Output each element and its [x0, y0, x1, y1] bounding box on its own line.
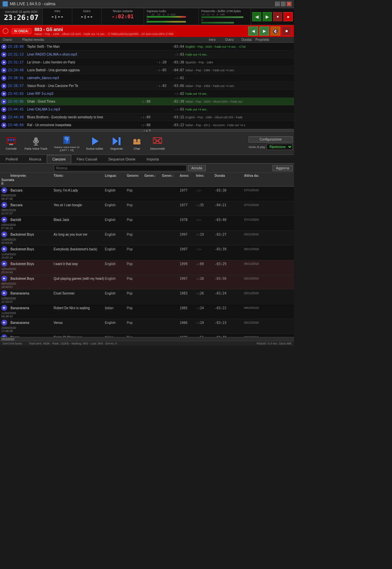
row-prop: English - Pop - 1980 - Album:old 205 - F…	[186, 116, 293, 119]
playlist-row[interactable]: 23:44:45 Liner CALIMA 1-c.mp3 -:-03 Fade…	[0, 106, 294, 113]
play-button[interactable]: Suona subito	[83, 134, 106, 152]
svg-rect-38	[119, 137, 121, 145]
song-intro: -:14	[196, 306, 214, 310]
song-row[interactable]: Bananarama Cruel Summer English Pop 1983…	[0, 290, 294, 304]
song-row[interactable]: Baccara Yes sir I can boogie English Pop…	[0, 201, 294, 216]
song-row-icon	[1, 320, 7, 326]
playlist-divider[interactable]: ▲▼	[0, 129, 294, 132]
playlist-row[interactable]: 23:42:06 Ghali - Good Times -:-08 -02:39…	[0, 98, 294, 106]
playlist-row[interactable]: 23:31:13 Liner RADIO CALIMA-c-short.mp3 …	[0, 51, 294, 59]
tab-preferiti[interactable]: Preferiti	[0, 155, 24, 163]
onair-bar: IN ONDA: 883 - Gli anni Italian - Pop - …	[0, 25, 294, 37]
song-year: 1978	[180, 218, 195, 222]
song-title: As long as you love me	[54, 233, 104, 236]
song-suonata: 12/04/2020 20:24:43	[1, 267, 10, 274]
connect-button[interactable]: Connetti	[1, 134, 21, 152]
maximize-button[interactable]: □	[281, 2, 286, 6]
playlist-row[interactable]: 23:48:04 Raf - Un emozione inaspettata -…	[0, 121, 294, 129]
song-row[interactable]: Banco Canto Di Primavera Italian Pop 197…	[0, 334, 294, 337]
row-prop: Italian - Pop - 1980 - Fade out +4 sec.	[186, 69, 293, 72]
row-icon	[1, 75, 7, 81]
song-genre: Pop	[127, 189, 144, 192]
audio-section: Ingresso Audio L -20-10-6-30dB R	[144, 8, 198, 25]
playlist-row[interactable]: 23:28:09 Taylor Swift - The Man -03:04 E…	[0, 43, 294, 51]
tab-ricerca[interactable]: Ricerca	[24, 155, 47, 163]
playlist-row[interactable]: 23:31:17 La Union - Lobo hombre en Paris…	[0, 59, 294, 66]
song-artist: Baciotti	[10, 218, 53, 222]
row-dur: -03:30	[168, 60, 184, 64]
preaudit-bar-r	[201, 22, 234, 24]
song-row[interactable]: Backstreet Boys I want it that way Engli…	[0, 260, 294, 275]
song-row[interactable]: Backstreet Boys Quit playing games (with…	[0, 275, 294, 290]
volume-button[interactable]: Volume voice track 14 [LEFT = 15]	[51, 133, 82, 153]
song-lang: English	[105, 247, 126, 251]
stop-button[interactable]: ■	[273, 12, 282, 21]
song-row[interactable]: Baciotti Black Jack English Pop 1978 -:-…	[0, 216, 294, 231]
onair-stop-btn[interactable]: ■	[282, 26, 291, 36]
outro-section: Outro -:--	[72, 8, 101, 25]
row-prop: Fade out +4 sec.	[186, 108, 293, 111]
voice-track-button[interactable]: Parla Voice Track	[22, 134, 50, 152]
row-title: Blues Brothers - Everybody needs somebod…	[27, 115, 135, 119]
playlist-row[interactable]: 23:38:57 Vasco Rossi - Una Canzone Per T…	[0, 82, 294, 90]
tab-importa[interactable]: Importa	[141, 155, 164, 163]
next-nav-button[interactable]: ▶	[263, 12, 272, 21]
col-intro-h: Intro:	[196, 174, 214, 177]
onair-controls: ◀ ▶ 🔇 ■	[248, 26, 291, 36]
playlist-row[interactable]: 23:44:48 Blues Brothers - Everybody need…	[0, 113, 294, 121]
aggiorna-button[interactable]: Aggiorna	[272, 165, 293, 171]
toolbar: Connetti Parla Voice Track Volume voice …	[0, 132, 294, 155]
status-total: Total sent: 483K - Rate: 102Kb - Waiting…	[29, 342, 117, 345]
playlist-row[interactable]: 23:42:03 Liner RIF 3-c.mp3 -:-02 Fade ou…	[0, 90, 294, 98]
chat-button[interactable]: Chat	[127, 134, 147, 152]
onair-mute-btn[interactable]: 🔇	[270, 26, 280, 36]
next-button[interactable]: Seguente	[107, 134, 126, 152]
song-intro: -:-	[196, 218, 214, 222]
chat-label: Chat	[134, 147, 140, 150]
onair-next-btn[interactable]: ▶	[259, 26, 269, 36]
song-attiva: 27/11/2019	[244, 189, 286, 192]
song-row[interactable]: Baccara Sorry, I'm A Lady English Pop 19…	[0, 187, 294, 201]
row-dur: -03:22	[168, 123, 184, 127]
record-button[interactable]: ●	[284, 12, 293, 21]
song-list-header: Interprete: Titolo: Lingua: Genere: Gene…	[0, 173, 294, 187]
close-button[interactable]: ✕	[287, 2, 291, 6]
h-scroll-thumb[interactable]	[1, 338, 14, 341]
tab-files-casuali[interactable]: Files Casuali	[71, 155, 103, 163]
annulla-button[interactable]: Annulla	[188, 165, 206, 171]
song-row[interactable]: Backstreet Boys As long as you love me E…	[0, 231, 294, 245]
tab-canzoni[interactable]: Canzoni	[47, 155, 71, 163]
song-row[interactable]: Bananarama Robert De Niro is waiting Ita…	[0, 304, 294, 319]
song-row-icon	[1, 246, 7, 252]
minimize-button[interactable]: —	[275, 2, 280, 6]
voice-icon	[31, 136, 41, 146]
search-bar: Annulla Aggiorna	[0, 164, 294, 173]
col-intro: Intro:	[198, 38, 216, 42]
modo-play-select[interactable]: Ripetizione	[267, 144, 293, 150]
svg-marker-55	[3, 322, 6, 324]
row-time: 23:31:17	[8, 60, 26, 64]
svg-marker-48	[3, 219, 6, 221]
song-row[interactable]: Bananarama Venus English Pop 1986 -:19 -…	[0, 319, 294, 334]
statusbar: Sent:504 bytes Total sent: 483K - Rate: …	[0, 341, 294, 346]
onair-prev-btn[interactable]: ◀	[248, 26, 258, 36]
song-genre: Pop	[127, 277, 144, 280]
disconnect-button[interactable]: Disconnetti	[147, 134, 168, 152]
app-title: MB LIVE 1.64.5.0 - calima	[10, 2, 55, 6]
playlist-row[interactable]: 23:34:48 Lucio Battisti - Una giornata u…	[0, 66, 294, 74]
prev-button[interactable]: ◀	[252, 12, 261, 21]
search-input[interactable]	[54, 165, 187, 171]
song-title: Quit playing games (with my heart)	[54, 277, 104, 280]
tab-sequenze-orarie[interactable]: Sequenze Orarie	[103, 155, 141, 163]
config-button[interactable]: Configurazione	[249, 136, 293, 142]
song-year: 1977	[180, 189, 195, 192]
svg-marker-36	[92, 137, 99, 145]
playlist-row[interactable]: 23:38:56 calimafm_blanco.mp3 -:-01 -	[0, 74, 294, 82]
song-genre: Pop	[127, 262, 144, 266]
col-durata: Durata:	[234, 38, 252, 42]
song-suonata: 11/04/2020 02:53:35	[1, 238, 10, 244]
row-icon	[1, 83, 7, 89]
h-scrollbar[interactable]	[0, 337, 294, 341]
row-time: 23:31:13	[8, 53, 26, 56]
song-row[interactable]: Backstreet Boys Everybody (backstreet's …	[0, 245, 294, 260]
